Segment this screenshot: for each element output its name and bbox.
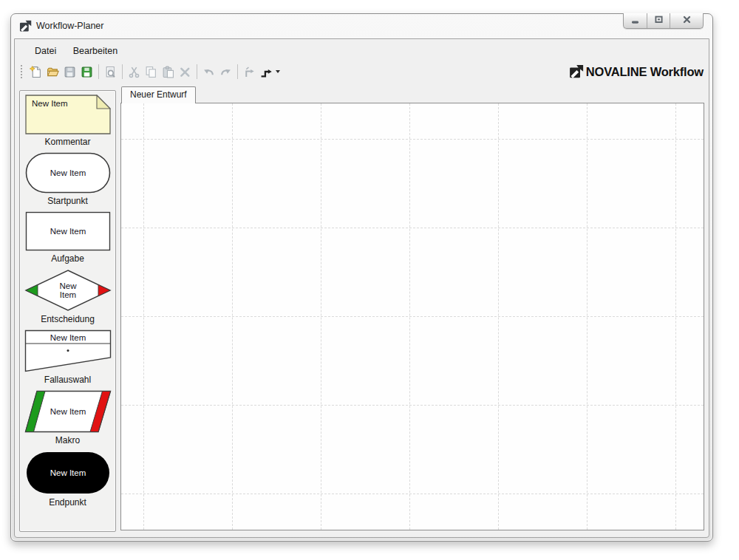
reroute-connector-button[interactable] (241, 64, 258, 81)
palette-caption-endpunkt: Endpunkt (49, 497, 86, 508)
window-controls (623, 13, 704, 29)
palette-item-kommentar: New ItemKommentar (20, 95, 115, 147)
toolbar: NOVALINE Workflow (15, 60, 709, 83)
print-preview-button[interactable] (102, 64, 119, 81)
grid-line (121, 316, 704, 317)
palette-caption-fallauswahl: Fallauswahl (44, 375, 91, 385)
minimize-icon (630, 14, 641, 28)
undo-button[interactable] (200, 64, 217, 81)
title-bar[interactable]: Workflow-Planer (11, 14, 712, 38)
grid-line (121, 494, 704, 494)
palette-item-aufgabe: New ItemAufgabe (20, 211, 115, 264)
minimize-button[interactable] (624, 13, 647, 28)
connector-style-button[interactable] (258, 64, 275, 81)
connector-style-icon (260, 66, 273, 78)
palette-item-startpunkt: New ItemStartpunkt (20, 152, 115, 206)
palette-caption-entscheidung: Entscheidung (41, 314, 95, 324)
connector-style-dropdown-caret[interactable] (276, 70, 280, 73)
brand: NOVALINE Workflow (569, 64, 704, 79)
palette-shape-endpunkt[interactable]: New Item (25, 451, 111, 495)
design-canvas[interactable] (120, 103, 704, 530)
grid-line (121, 405, 704, 406)
paste-icon (162, 66, 174, 78)
undo-icon (202, 66, 215, 78)
new-document-button[interactable] (27, 64, 44, 81)
palette-caption-aufgabe: Aufgabe (51, 253, 84, 264)
restore-icon (653, 14, 664, 28)
cut-icon (128, 66, 140, 78)
open-folder-icon (47, 66, 59, 78)
palette-shape-aufgabe[interactable]: New Item (25, 211, 111, 251)
delete-icon (179, 66, 191, 78)
restore-button[interactable] (647, 13, 670, 28)
new-document-icon (30, 66, 42, 78)
palette-item-endpunkt: New ItemEndpunkt (20, 451, 115, 508)
svg-text:New: New (59, 281, 77, 290)
novaline-logo-icon (569, 64, 584, 79)
print-preview-icon (104, 66, 117, 78)
copy-icon (145, 66, 157, 78)
redo-button[interactable] (217, 64, 234, 81)
window-title: Workflow-Planer (36, 21, 103, 31)
cut-button[interactable] (126, 64, 143, 81)
toolbar-separator (122, 64, 123, 79)
palette-item-makro: New ItemMakro (20, 390, 115, 445)
delete-button[interactable] (177, 64, 194, 81)
redo-icon (219, 66, 232, 78)
app-window: Workflow-Planer Datei Bearbeiten NOVALIN… (10, 13, 713, 542)
svg-text:New Item: New Item (50, 407, 86, 416)
svg-text:New Item: New Item (50, 333, 86, 342)
copy-button[interactable] (143, 64, 160, 81)
palette-shape-startpunkt[interactable]: New Item (25, 152, 111, 194)
palette-caption-makro: Makro (55, 435, 80, 445)
document-area: Neuer Entwurf (120, 86, 704, 530)
toolbar-separator (98, 64, 99, 79)
svg-text:Item: Item (59, 290, 75, 299)
save-icon (64, 66, 76, 78)
palette-shape-fallauswahl[interactable]: New Item (24, 329, 112, 372)
close-icon (681, 14, 692, 28)
close-button[interactable] (670, 13, 703, 28)
menu-item-bearbeiten[interactable]: Bearbeiten (68, 44, 123, 58)
shape-palette: New ItemKommentarNew ItemStartpunktNew I… (19, 90, 116, 532)
menu-item-datei[interactable]: Datei (30, 44, 61, 58)
svg-text:New Item: New Item (32, 99, 68, 108)
palette-shape-entscheidung[interactable]: NewItem (24, 269, 112, 312)
palette-shape-makro[interactable]: New Item (24, 390, 112, 433)
grid-line (121, 139, 704, 140)
desktop: Workflow-Planer Datei Bearbeiten NOVALIN… (0, 0, 739, 560)
palette-shape-kommentar[interactable]: New Item (25, 95, 111, 134)
menu-bar: Datei Bearbeiten (15, 39, 709, 60)
toolbar-buttons (27, 64, 283, 81)
toolbar-separator (237, 64, 238, 79)
brand-text: NOVALINE Workflow (586, 65, 704, 79)
palette-item-entscheidung: NewItemEntscheidung (20, 269, 115, 324)
toolbar-grip-handle[interactable] (21, 65, 23, 78)
save-button[interactable] (61, 64, 78, 81)
svg-text:New Item: New Item (50, 168, 86, 177)
save-all-icon (81, 66, 93, 78)
svg-text:New Item: New Item (50, 227, 86, 236)
reroute-connector-icon (243, 66, 256, 78)
save-all-button[interactable] (78, 64, 95, 81)
client-area: Datei Bearbeiten NOVALINE Workflow New I… (14, 38, 709, 538)
grid-line (121, 228, 704, 228)
palette-caption-startpunkt: Startpunkt (47, 196, 88, 206)
palette-item-fallauswahl: New ItemFallauswahl (20, 329, 115, 385)
open-folder-button[interactable] (44, 64, 61, 81)
svg-text:New Item: New Item (50, 468, 86, 477)
toolbar-separator (197, 64, 197, 79)
app-logo-icon (19, 20, 32, 33)
paste-button[interactable] (160, 64, 177, 81)
tab-neuer-entwurf[interactable]: Neuer Entwurf (121, 86, 196, 103)
palette-caption-kommentar: Kommentar (44, 137, 90, 147)
